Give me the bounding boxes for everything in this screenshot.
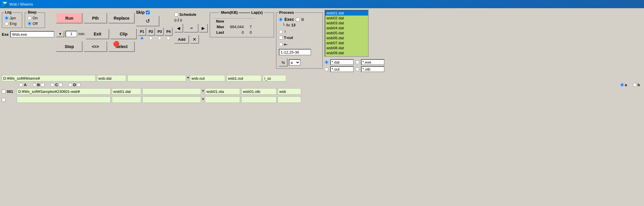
p2-radio[interactable] [149,37,152,40]
mem-lap-panel: Mem(KB) ——— Lap(s) Now [210,12,274,38]
filter-dat-radio[interactable] [325,60,328,64]
pth-button[interactable]: Pth [84,13,107,23]
beep-off-radio[interactable] [28,22,31,25]
tcut-checkbox[interactable] [279,36,283,40]
nav-skip-button[interactable]: ⇥ [184,24,198,33]
mem-now-lap [247,18,254,24]
del-button[interactable]: ✕ [190,35,199,44]
arrows-button[interactable]: <=> [84,41,107,52]
swap-a-row: ⇆ a b c [279,57,320,67]
nav-next-button[interactable]: ▶ [199,24,208,33]
radio-b-small-label: b [638,83,640,87]
filter-exe-input[interactable] [361,59,385,65]
radio-c-item[interactable]: C [50,83,63,87]
row001-checkbox[interactable] [2,90,6,93]
radio-a[interactable] [19,83,23,87]
swap-button[interactable]: ⇆ [279,58,288,67]
nav-prev-button[interactable]: ◀ [174,24,183,33]
radio-c[interactable] [50,83,54,87]
proc-arrow-up-radio[interactable] [279,30,283,34]
exit-button[interactable]: Exit [86,29,109,39]
bottom-rows: D:¥Ws_soft¥Wsems¥ wsb.dat * wsb.out wsb1… [2,74,642,103]
file-item-wsb03[interactable]: wsb03.dat [325,21,368,25]
a-select[interactable]: a b c [289,59,301,66]
file-listbox[interactable]: wsb01.dat wsb02.dat wsb03.dat wsb04.dat … [325,10,369,57]
proc-b-checkbox[interactable] [296,18,300,21]
arrow-left-icon: ⇤ [284,42,288,47]
row002-checkbox[interactable] [2,98,6,102]
row001-dat: wsb01.dat [112,88,141,95]
file-item-wsb01[interactable]: wsb01.dat [325,11,368,16]
schedule-inputs: 0 / 0 [174,18,208,23]
filter-exe-radio[interactable] [355,60,359,64]
add-button[interactable]: Add [174,35,189,44]
p1-button[interactable]: P1 [138,28,146,36]
row001-out1: wsb01.ota [205,88,240,95]
filter-dat-input[interactable] [330,59,354,65]
filter-otb-radio[interactable] [355,67,359,71]
dropdown-button[interactable]: ▼ [56,31,64,37]
radio-a-small-item[interactable]: a [620,83,627,87]
radio-d-item[interactable]: D [68,83,80,87]
beep-on-item[interactable]: On [28,16,42,20]
file-item-wsb09[interactable]: wsb09.dat [325,50,368,55]
file-item-wsb10[interactable]: wsb10.dat [325,55,368,57]
radio-b-item[interactable]: B [33,83,45,87]
lng-eng-item[interactable]: Eng [5,21,19,26]
row001-out3: wsb [278,88,301,95]
file-item-wsb08[interactable]: wsb08.dat [325,45,368,50]
p3-radio[interactable] [158,37,161,40]
schedule-checkbox[interactable] [174,13,178,16]
lng-eng-radio[interactable] [5,22,9,25]
p4-radio[interactable] [167,37,170,40]
d-check[interactable] [77,83,81,87]
beep-on-radio[interactable] [28,16,31,20]
lng-jpn-radio[interactable] [5,16,9,20]
dat-cell-1: wsb.dat [97,75,126,81]
p4-button[interactable]: P4 [164,28,173,36]
proc-exec-radio[interactable] [279,18,283,21]
lng-jpn-item[interactable]: Jpn [5,16,19,20]
radio-a-small[interactable] [620,83,624,87]
stop-button[interactable]: Stop [56,41,82,52]
b-check[interactable] [41,83,45,87]
exec-label: Exec [284,17,294,22]
beep-off-item[interactable]: Off [28,21,42,26]
file-item-wsb02[interactable]: wsb02.dat [325,16,368,21]
p1-radio[interactable] [140,37,144,40]
file-item-wsb06[interactable]: wsb06.dat [325,35,368,40]
proc-arrow-left-row: ⇤ [279,42,320,47]
p-buttons-row: P1 P2 P3 P4 [138,28,173,40]
radio-b[interactable] [33,83,36,87]
lng-beep-row: Lng Jpn Eng Beep [2,12,54,28]
file-item-wsb04[interactable]: wsb04.dat [325,25,368,30]
filter-otb-input[interactable] [361,66,385,72]
file-item-wsb07[interactable]: wsb07.dat [325,40,368,45]
skip-checkbox[interactable] [146,11,150,14]
reload-button[interactable]: ↺ [136,16,159,26]
c-check[interactable] [59,83,63,87]
lng-group: Lng Jpn Eng [2,12,22,28]
file-item-wsb05[interactable]: wsb05.dat [325,30,368,35]
schedule-title-row: Schedule [174,12,208,17]
radio-b-small-item[interactable]: b [633,83,640,87]
p2-button[interactable]: P2 [147,28,155,36]
app-icon [2,1,8,7]
range-input[interactable] [279,49,311,55]
radio-b-small[interactable] [633,83,637,87]
min-input[interactable] [65,31,77,37]
radio-d[interactable] [68,83,72,87]
process-panel: Process Exec B └ fix 13 ↑ T-cut [276,12,323,69]
radio-a-item[interactable]: A [19,83,26,87]
lng-title: Lng [4,10,12,14]
run-button[interactable]: Run [56,13,82,23]
select-button[interactable]: 🔴 Select [108,41,135,52]
clip-button[interactable]: Clip [110,29,137,39]
proc-arrow-left-radio[interactable] [279,42,283,46]
p3-button[interactable]: P3 [156,28,164,36]
exe-input[interactable] [10,31,54,38]
filter-out-radio[interactable] [325,67,328,71]
filter-out-input[interactable] [330,66,354,72]
top-row: Lng Jpn Eng Beep [2,10,642,72]
replace-button[interactable]: Replace [108,13,135,23]
